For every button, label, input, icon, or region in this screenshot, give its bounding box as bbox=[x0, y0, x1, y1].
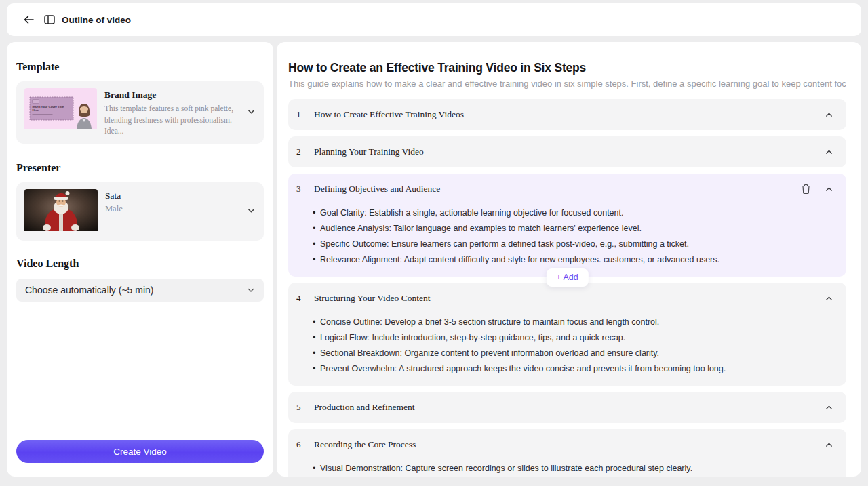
section-number: 3 bbox=[296, 184, 314, 195]
template-heading: Template bbox=[16, 61, 264, 73]
thumb-title-line2: Here bbox=[33, 108, 39, 112]
chevron-down-icon bbox=[247, 286, 255, 294]
outline-subtitle: This guide explains how to make a clear … bbox=[288, 79, 846, 89]
section-actions bbox=[825, 441, 833, 449]
section-bullet: Logical Flow: Include introduction, step… bbox=[313, 330, 835, 346]
section-header-3[interactable]: 3Defining Objectives and Audience bbox=[288, 174, 846, 205]
section-card-6: 6Recording the Core ProcessVisual Demons… bbox=[288, 429, 846, 477]
section-actions bbox=[825, 148, 833, 157]
section-card-5: 5Production and Refinement bbox=[288, 392, 846, 423]
section-title: Production and Refinement bbox=[314, 402, 414, 413]
delete-section-button[interactable] bbox=[801, 184, 811, 195]
video-length-value: Choose automatically (~5 min) bbox=[25, 285, 153, 296]
section-bullet: Relevance Alignment: Adapt content diffi… bbox=[313, 252, 835, 268]
section-bullet: Audience Analysis: Tailor language and e… bbox=[313, 221, 835, 237]
presenter-heading: Presenter bbox=[16, 162, 264, 174]
section-number: 4 bbox=[296, 293, 314, 304]
sidebar-spacer bbox=[16, 302, 264, 440]
section-actions bbox=[825, 294, 833, 303]
back-button[interactable] bbox=[23, 15, 35, 24]
section-card-1: 1How to Create Effective Training Videos bbox=[288, 99, 846, 130]
section-title: How to Create Effective Training Videos bbox=[314, 109, 464, 120]
template-thumbnail: Insert Your Cover Title Here bbox=[24, 88, 97, 131]
section-title: Defining Objectives and Audience bbox=[314, 184, 440, 195]
section-title: Recording the Core Process bbox=[314, 439, 416, 450]
section-actions bbox=[825, 110, 833, 119]
chevron-up-icon bbox=[825, 110, 833, 119]
section-header-6[interactable]: 6Recording the Core Process bbox=[288, 429, 846, 460]
chevron-up-icon bbox=[825, 441, 833, 449]
section-number: 5 bbox=[296, 402, 314, 413]
chevron-down-icon[interactable] bbox=[247, 106, 256, 119]
template-card[interactable]: Insert Your Cover Title Here Brand Image… bbox=[16, 81, 264, 144]
collapse-section-button[interactable] bbox=[825, 294, 833, 303]
section-header-2[interactable]: 2Planning Your Training Video bbox=[288, 136, 846, 167]
video-length-heading: Video Length bbox=[16, 258, 264, 270]
section-bullet-list: Visual Demonstration: Capture screen rec… bbox=[288, 460, 846, 477]
collapse-section-button[interactable] bbox=[825, 148, 833, 157]
panel-left-icon bbox=[44, 15, 55, 24]
trash-icon bbox=[801, 184, 811, 195]
template-card-title: Brand Image bbox=[104, 89, 240, 100]
section-bullet: Prevent Overwhelm: A structured approach… bbox=[313, 361, 835, 377]
section-bullet: Sectional Breakdown: Organize content to… bbox=[313, 346, 835, 361]
section-bullet: Goal Clarity: Establish a single, action… bbox=[313, 205, 835, 221]
section-number: 1 bbox=[296, 109, 314, 120]
collapse-section-button[interactable] bbox=[825, 185, 833, 194]
presenter-card-text: Sata Male bbox=[105, 189, 241, 214]
section-bullet: Specific Outcome: Ensure learners can pe… bbox=[313, 237, 835, 252]
section-header-1[interactable]: 1How to Create Effective Training Videos bbox=[288, 99, 846, 130]
section-number: 6 bbox=[296, 439, 314, 450]
chevron-up-icon bbox=[825, 185, 833, 194]
chevron-down-icon[interactable] bbox=[247, 205, 256, 218]
section-number: 2 bbox=[296, 146, 314, 157]
settings-sidebar: Template Insert Your Cover Title Here bbox=[7, 42, 273, 477]
section-bullet: Concise Outline: Develop a brief 3-5 sec… bbox=[313, 315, 835, 330]
chevron-up-icon bbox=[825, 148, 833, 157]
section-header-4[interactable]: 4Structuring Your Video Content bbox=[288, 283, 846, 314]
outline-panel-button[interactable] bbox=[44, 15, 55, 24]
collapse-section-button[interactable] bbox=[825, 441, 833, 449]
collapse-section-button[interactable] bbox=[825, 403, 833, 412]
add-section-button[interactable]: + Add bbox=[546, 268, 588, 287]
thumb-title-line1: Insert Your Cover Title bbox=[33, 105, 64, 108]
template-card-text: Brand Image This template features a sof… bbox=[104, 88, 240, 137]
sections-list: 1How to Create Effective Training Videos… bbox=[288, 99, 846, 477]
chevron-up-icon bbox=[825, 294, 833, 303]
top-bar: Outline of video bbox=[7, 3, 861, 36]
section-header-5[interactable]: 5Production and Refinement bbox=[288, 392, 846, 423]
presenter-card[interactable]: Sata Male bbox=[16, 182, 264, 241]
section-card-2: 2Planning Your Training Video bbox=[288, 136, 846, 167]
create-video-button[interactable]: Create Video bbox=[16, 440, 264, 463]
template-card-description: This template features a soft pink palet… bbox=[104, 103, 240, 137]
video-length-select[interactable]: Choose automatically (~5 min) bbox=[16, 279, 264, 302]
arrow-left-icon bbox=[23, 15, 35, 24]
content-row: Template Insert Your Cover Title Here bbox=[7, 42, 861, 477]
presenter-gender: Male bbox=[105, 204, 241, 214]
section-bullet: Visual Demonstration: Capture screen rec… bbox=[313, 461, 835, 477]
section-actions bbox=[825, 403, 833, 412]
collapse-section-button[interactable] bbox=[825, 110, 833, 119]
outline-panel: How to Create an Effective Training Vide… bbox=[277, 42, 861, 477]
section-title: Planning Your Training Video bbox=[314, 146, 424, 157]
chevron-up-icon bbox=[825, 403, 833, 412]
section-card-3: 3Defining Objectives and AudienceGoal Cl… bbox=[288, 174, 846, 277]
outline-title: How to Create an Effective Training Vide… bbox=[288, 61, 846, 75]
presenter-name: Sata bbox=[105, 190, 241, 201]
section-actions bbox=[801, 184, 833, 195]
section-bullet-list: Goal Clarity: Establish a single, action… bbox=[288, 205, 846, 277]
section-bullet-list: Concise Outline: Develop a brief 3-5 sec… bbox=[288, 314, 846, 386]
section-card-4: 4Structuring Your Video ContentConcise O… bbox=[288, 283, 846, 386]
page-title: Outline of video bbox=[62, 15, 131, 25]
presenter-thumbnail bbox=[24, 189, 98, 234]
section-title: Structuring Your Video Content bbox=[314, 293, 430, 304]
